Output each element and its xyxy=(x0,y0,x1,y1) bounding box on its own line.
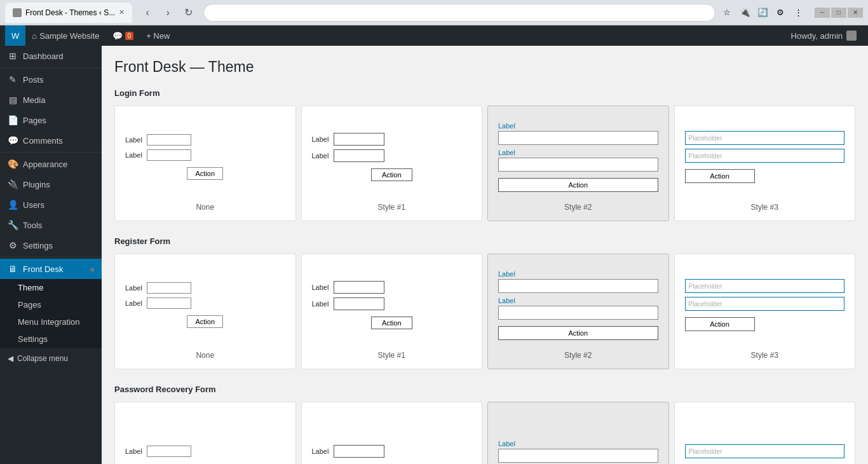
password-style2-input-1 xyxy=(498,449,658,463)
menu-button[interactable]: ⋮ xyxy=(790,5,806,20)
submenu-label-pages: Pages xyxy=(18,300,41,310)
howdy-section[interactable]: Howdy, admin xyxy=(785,31,863,41)
submenu-item-settings[interactable]: Settings xyxy=(0,331,102,348)
wp-admin-bar: W ⌂ Sample Website 💬 0 + New Howdy, admi… xyxy=(0,25,868,46)
register-style2-label-1: Label xyxy=(498,270,658,278)
sidebar-label-front-desk: Front Desk xyxy=(23,264,64,274)
login-none-action-btn[interactable]: Action xyxy=(187,167,223,180)
dashboard-icon: ⊞ xyxy=(8,51,18,61)
submenu-item-menu-integration[interactable]: Menu Integration xyxy=(0,313,102,331)
password-style2-card[interactable]: Label Style #2 xyxy=(487,402,669,464)
address-bar[interactable] xyxy=(203,4,715,22)
browser-tab[interactable]: Front Desk - Themes ‹ S... ✕ xyxy=(5,3,132,23)
appearance-icon: 🎨 xyxy=(8,159,18,169)
login-style1-field-2: Label xyxy=(312,149,472,162)
collapse-menu-button[interactable]: ◀ Collapse menu xyxy=(0,348,102,369)
comments-link[interactable]: 💬 0 xyxy=(106,25,140,46)
collapse-icon: ◀ xyxy=(8,354,13,363)
login-style1-card[interactable]: Label Label Action Style #1 xyxy=(301,106,483,221)
extension-button1[interactable]: 🔌 xyxy=(737,5,752,20)
wp-logo[interactable]: W xyxy=(5,25,25,46)
sidebar-item-front-desk[interactable]: 🖥 Front Desk ◀ xyxy=(0,259,102,279)
comments-count: 0 xyxy=(125,32,134,40)
back-button[interactable]: ‹ xyxy=(139,4,156,22)
extension-button3[interactable]: ⚙ xyxy=(773,5,788,20)
password-none-label-1: Label xyxy=(125,447,143,455)
register-style2-card[interactable]: Label Label Action Style #2 xyxy=(487,254,669,369)
password-style2-label-1: Label xyxy=(498,440,658,447)
close-window-button[interactable]: ✕ xyxy=(848,8,863,18)
new-content-link[interactable]: + New xyxy=(140,25,176,46)
login-style1-label-2: Label xyxy=(312,152,330,160)
register-style2-action-btn[interactable]: Action xyxy=(498,326,658,340)
login-style3-action-btn[interactable]: Action xyxy=(685,169,755,183)
section-separator-2 xyxy=(114,379,855,385)
login-style-none-card[interactable]: Label Label Action None xyxy=(114,106,296,221)
sidebar-item-appearance[interactable]: 🎨 Appearance xyxy=(0,154,102,174)
register-style3-action-btn[interactable]: Action xyxy=(685,317,755,331)
submenu-item-theme[interactable]: Theme xyxy=(0,279,102,296)
register-none-action-btn[interactable]: Action xyxy=(187,315,223,328)
password-style1-preview: Label xyxy=(312,415,472,464)
register-style1-action-btn[interactable]: Action xyxy=(371,317,412,329)
register-style2-field-1: Label xyxy=(498,270,658,293)
extension-button2[interactable]: 🔄 xyxy=(755,5,770,20)
password-style1-card[interactable]: Label Style #1 xyxy=(301,402,483,464)
register-style-none-name: None xyxy=(196,351,214,360)
login-style2-label-2: Label xyxy=(498,149,658,156)
front-desk-icon: 🖥 xyxy=(8,264,18,274)
login-style1-action-btn[interactable]: Action xyxy=(371,168,412,181)
sidebar-item-plugins[interactable]: 🔌 Plugins xyxy=(0,174,102,194)
sidebar-label-comments: Comments xyxy=(23,136,63,146)
password-style1-input-1 xyxy=(334,445,384,458)
register-style-none-card[interactable]: Label Label Action None xyxy=(114,254,296,369)
site-name-link[interactable]: ⌂ Sample Website xyxy=(25,25,105,46)
register-style3-input-2: Placeholder xyxy=(685,297,845,311)
window-controls: ─ □ ✕ xyxy=(815,8,863,18)
register-style1-card[interactable]: Label Label Action Style #1 xyxy=(301,254,483,369)
main-content: Front Desk — Theme Login Form Label Labe… xyxy=(102,46,868,464)
password-style-none-card[interactable]: Label None xyxy=(114,402,296,464)
password-style3-card[interactable]: Placeholder Style #3 xyxy=(674,402,856,464)
howdy-text: Howdy, admin xyxy=(791,31,843,41)
login-style3-card[interactable]: Placeholder Placeholder Action Style #3 xyxy=(674,106,856,221)
sidebar-item-comments[interactable]: 💬 Comments xyxy=(0,130,102,151)
sidebar-label-users: Users xyxy=(23,200,44,210)
sidebar-item-tools[interactable]: 🔧 Tools xyxy=(0,215,102,235)
browser-navigation: ‹ › ↻ xyxy=(136,1,200,24)
login-form-styles-grid: Label Label Action None Label xyxy=(114,106,855,221)
register-style3-name: Style #3 xyxy=(751,351,778,360)
admin-avatar xyxy=(846,31,857,41)
login-style1-field-1: Label xyxy=(312,133,472,146)
login-style2-action-btn[interactable]: Action xyxy=(498,178,658,192)
tab-close-button[interactable]: ✕ xyxy=(119,8,125,17)
reload-button[interactable]: ↻ xyxy=(179,4,197,22)
password-style-none-preview: Label xyxy=(125,415,285,464)
submenu-label-theme: Theme xyxy=(18,283,43,292)
login-style2-card[interactable]: Label Label Action Style #2 xyxy=(487,106,669,221)
password-recovery-section-label: Password Recovery Form xyxy=(114,385,855,394)
browser-actions: ☆ 🔌 🔄 ⚙ ⋮ xyxy=(719,5,806,20)
tab-title: Front Desk - Themes ‹ S... xyxy=(25,8,115,17)
sidebar-item-pages[interactable]: 📄 Pages xyxy=(0,110,102,130)
sidebar-item-posts[interactable]: ✎ Posts xyxy=(0,69,102,90)
minimize-button[interactable]: ─ xyxy=(815,8,830,18)
maximize-button[interactable]: □ xyxy=(831,8,846,18)
browser-chrome: Front Desk - Themes ‹ S... ✕ ‹ › ↻ ☆ 🔌 🔄… xyxy=(0,0,868,25)
register-style1-label-2: Label xyxy=(312,300,330,308)
forward-button[interactable]: › xyxy=(159,4,177,22)
password-style1-field-1: Label xyxy=(312,445,472,458)
sidebar-item-dashboard[interactable]: ⊞ Dashboard xyxy=(0,46,102,66)
bookmark-button[interactable]: ☆ xyxy=(719,5,735,20)
password-style3-input-1: Placeholder xyxy=(685,444,845,458)
login-style1-preview: Label Label Action xyxy=(312,119,472,195)
register-style3-card[interactable]: Placeholder Placeholder Action Style #3 xyxy=(674,254,856,369)
submenu-item-pages[interactable]: Pages xyxy=(0,296,102,313)
sidebar-item-users[interactable]: 👤 Users xyxy=(0,194,102,215)
sidebar-item-media[interactable]: ▤ Media xyxy=(0,90,102,110)
new-label: + New xyxy=(146,31,170,41)
sidebar-item-settings[interactable]: ⚙ Settings xyxy=(0,235,102,256)
sidebar-label-media: Media xyxy=(23,95,45,105)
password-style1-label-1: Label xyxy=(312,447,330,455)
register-form-styles-grid: Label Label Action None Label xyxy=(114,254,855,369)
